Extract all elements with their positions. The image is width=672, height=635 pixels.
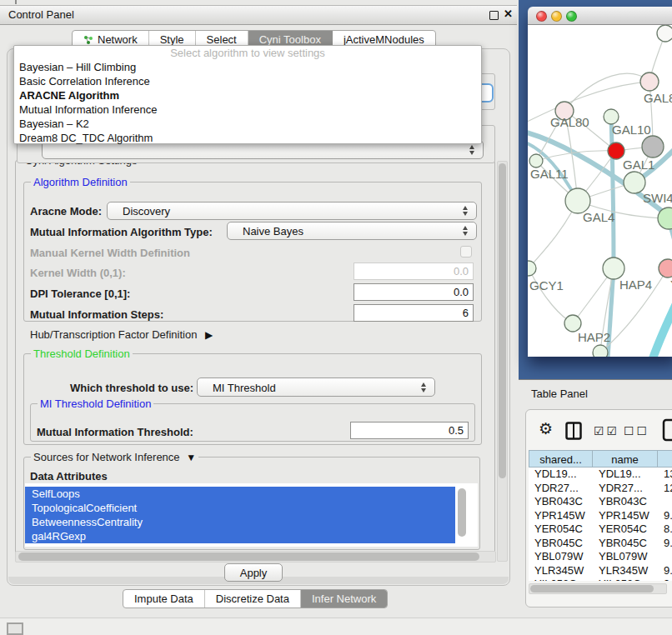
attribute-item[interactable]: BetweennessCentrality [25, 515, 455, 529]
zoom-traffic-light-icon[interactable] [566, 11, 577, 22]
network-node-gcy1[interactable] [528, 261, 536, 276]
column-header[interactable]: name [593, 450, 658, 468]
data-attributes-label: Data Attributes [30, 470, 108, 482]
network-node-gal1[interactable] [608, 142, 624, 159]
dropdown-item[interactable]: Mutual Information Inference [14, 102, 481, 117]
node-label: HAP2 [578, 330, 610, 344]
mi-type-value: Naive Bayes [243, 225, 303, 238]
mi-threshold-input[interactable]: 0.5 [350, 422, 469, 439]
network-window-titlebar [528, 7, 672, 25]
network-edge[interactable] [611, 117, 614, 268]
gear-icon[interactable]: ⚙ [539, 419, 553, 438]
table-panel-title: Table Panel [531, 388, 588, 400]
network-node-hap2[interactable] [564, 315, 581, 332]
node-label: GAL1 [623, 158, 654, 172]
node-label: HAP4 [619, 278, 652, 292]
table-cell: 9. [658, 537, 672, 551]
dropdown-item[interactable]: ARACNE Algorithm [14, 88, 481, 102]
table-panel-titlebar: Table Panel [519, 379, 672, 408]
node-label: GAL4 [583, 210, 614, 224]
which-threshold-select[interactable]: MI Threshold [197, 378, 435, 397]
vertical-scrollbar-thumb[interactable] [499, 163, 506, 478]
deselect-all-checks-icon[interactable]: ☐☐ [624, 424, 649, 438]
dropdown-item[interactable]: Bayesian – K2 [14, 117, 481, 131]
node-label: GAL80 [550, 115, 589, 129]
dropdown-item[interactable]: Bayesian – Hill Climbing [14, 60, 481, 74]
kernel-width-label: Kernel Width (0,1): [30, 267, 126, 279]
table-row[interactable]: YPR145WYPR145W9. [529, 509, 672, 523]
table-hscrollbar-thumb[interactable] [530, 585, 654, 592]
sources-title[interactable]: Sources for Network Inference ▼ [31, 451, 198, 463]
aracne-mode-select[interactable]: Discovery [107, 202, 477, 220]
table-cell: YER054C [593, 522, 658, 537]
column-header[interactable]: A [658, 450, 672, 468]
network-canvas[interactable]: GAL8GAL80GAL10GAL1GAL11GAL4SWI4GCY1HAP4Y… [528, 25, 672, 357]
minimize-traffic-light-icon[interactable] [551, 11, 562, 22]
network-node-gal8[interactable] [640, 72, 659, 91]
spinner-arrows-icon [469, 145, 475, 155]
table-row[interactable]: YIL052CYIL052C9 [529, 578, 672, 581]
network-node-hap4[interactable] [603, 258, 624, 279]
aracne-mode-label: Aracne Mode: [30, 205, 102, 218]
table-cell: 13 [658, 468, 672, 482]
select-all-checks-icon[interactable]: ☑☑ [594, 424, 619, 438]
kernel-width-input[interactable]: 0.0 [354, 262, 474, 280]
list-scrollbar-thumb[interactable] [458, 488, 466, 537]
dropdown-item[interactable]: Dream8 DC_TDC Algorithm [14, 131, 481, 145]
close-traffic-light-icon[interactable] [536, 11, 547, 22]
tab-label: Network [98, 33, 138, 46]
network-node-y[interactable] [659, 259, 672, 278]
mi-steps-input[interactable]: 6 [354, 304, 474, 322]
node-label: GAL11 [530, 167, 569, 181]
file-icon[interactable] [662, 418, 672, 442]
close-icon[interactable]: ✕ [504, 8, 513, 20]
spinner-arrows-icon [420, 382, 427, 392]
table-cell: YBR045C [593, 537, 658, 551]
network-edge[interactable] [564, 73, 649, 111]
table-row[interactable]: YBR045CYBR045C9. [529, 537, 672, 551]
expanded-triangle-icon: ▼ [186, 452, 196, 463]
network-node[interactable] [642, 136, 664, 158]
algorithm-dropdown-popup: Select algorithm to view settings Bayesi… [13, 45, 482, 144]
column-header[interactable]: shared... [529, 450, 593, 468]
tab-infer-network[interactable]: Infer Network [301, 590, 387, 608]
table-row[interactable]: YER054CYER054C8. [529, 522, 672, 537]
network-window[interactable]: GAL8GAL80GAL10GAL1GAL11GAL4SWI4GCY1HAP4Y… [528, 7, 672, 357]
dpi-tolerance-input[interactable]: 0.0 [354, 283, 474, 301]
float-window-icon[interactable] [489, 11, 499, 20]
apply-button[interactable]: Apply [224, 563, 283, 582]
attribute-item[interactable]: SelfLoops [25, 487, 455, 501]
tab-label: Discretize Data [216, 592, 289, 605]
table-cell: 12 [658, 482, 672, 496]
horizontal-scrollbar-thumb[interactable] [18, 552, 479, 561]
table-row[interactable]: YLR345WYLR345W9. [529, 564, 672, 578]
collapsed-panel-grip[interactable] [7, 622, 23, 635]
mi-type-select[interactable]: Naive Bayes [227, 222, 477, 240]
column-layout-icon[interactable] [565, 422, 582, 440]
network-edge[interactable] [653, 300, 672, 357]
table-cell: YDL19... [593, 468, 658, 482]
network-graph: GAL8GAL80GAL10GAL1GAL11GAL4SWI4GCY1HAP4Y… [528, 25, 672, 357]
table-cell: YER054C [529, 522, 593, 537]
manual-kernel-checkbox[interactable] [460, 246, 472, 258]
table-row[interactable]: YDL19...YDL19...13 [529, 468, 672, 482]
node-label: SWI4 [643, 191, 672, 205]
mi-threshold-title: MI Threshold Definition [38, 398, 153, 410]
table-header-row: shared...nameA [529, 450, 672, 468]
tab-discretize-data[interactable]: Discretize Data [205, 590, 301, 608]
table-row[interactable]: YBL079WYBL079W [529, 550, 672, 564]
tab-impute-data[interactable]: Impute Data [123, 590, 205, 608]
hub-section-toggle[interactable]: Hub/Transcription Factor Definition ▶ [30, 328, 213, 341]
network-edge[interactable] [529, 268, 573, 323]
dropdown-item[interactable]: Basic Correlation Inference [14, 74, 481, 88]
network-node[interactable] [593, 345, 608, 357]
threshold-definition-title: Threshold Definition [31, 348, 133, 360]
table-row[interactable]: YDR27...YDR27...12 [529, 482, 672, 496]
network-node[interactable] [657, 25, 672, 42]
manual-kernel-label: Manual Kernel Width Definition [30, 247, 190, 259]
attribute-item[interactable]: gal4RGexp [25, 529, 455, 543]
mi-threshold-label: Mutual Information Threshold: [37, 426, 193, 438]
attribute-item[interactable]: TopologicalCoefficient [25, 501, 455, 515]
table-row[interactable]: YBR043CYBR043C [529, 495, 672, 509]
network-node-gal11[interactable] [529, 154, 543, 168]
